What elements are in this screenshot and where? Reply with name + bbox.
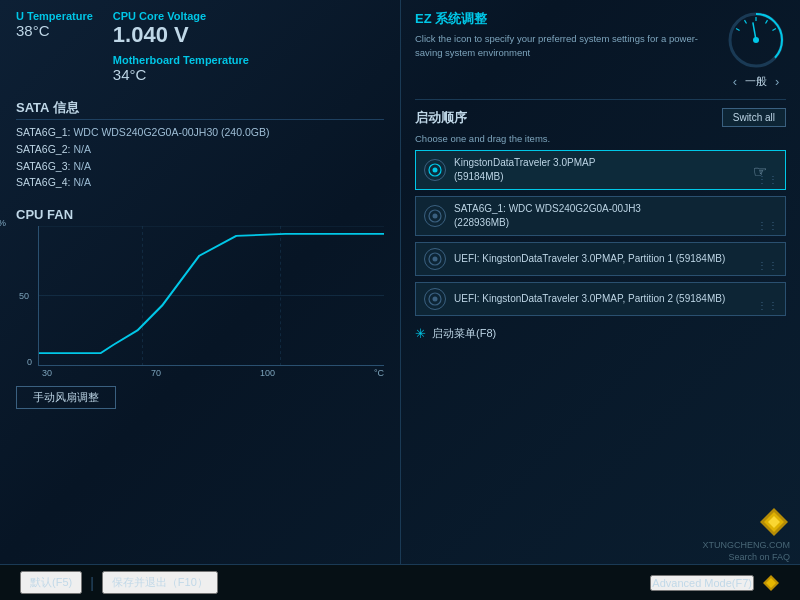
sata-item: SATA6G_2: N/A: [16, 141, 384, 158]
fan-x-labels: 30 70 100 °C: [38, 366, 384, 378]
sata-title: SATA 信息: [16, 99, 384, 120]
gauge-label: 一般: [745, 74, 767, 89]
svg-point-20: [433, 297, 438, 302]
cpu-temp-label: U Temperature: [16, 10, 93, 22]
sata-item: SATA6G_4: N/A: [16, 174, 384, 191]
save-exit-button[interactable]: 保存并退出（F10）: [102, 571, 218, 594]
main-container: U Temperature 38°C CPU Core Voltage 1.04…: [0, 0, 800, 600]
boot-item-4[interactable]: UEFI: KingstonDataTraveler 3.0PMAP, Part…: [415, 282, 786, 316]
temp-voltage-section: U Temperature 38°C CPU Core Voltage 1.04…: [16, 10, 384, 83]
uefi-icon-2: [428, 292, 442, 306]
startup-icon: ✳: [415, 326, 426, 341]
gauge-nav: ‹ 一般 ›: [733, 74, 780, 89]
fan-manual-button[interactable]: 手动风扇调整: [16, 386, 116, 409]
sata-section: SATA 信息 SATA6G_1: WDC WDS240G2G0A-00JH30…: [16, 99, 384, 191]
startup-menu[interactable]: ✳ 启动菜单(F8): [415, 326, 786, 341]
boot-item-3-icon: [424, 248, 446, 270]
usb-icon: [428, 163, 442, 177]
drag-handle-2[interactable]: ⋮⋮: [757, 220, 779, 231]
cpu-voltage-block: CPU Core Voltage 1.040 V Motherboard Tem…: [113, 10, 249, 83]
boot-item-1-text: KingstonDataTraveler 3.0PMAP (59184MB): [454, 156, 777, 184]
ez-title: EZ 系统调整: [415, 10, 712, 28]
svg-line-8: [736, 29, 739, 31]
fan-y-50: 50: [19, 291, 29, 301]
startup-label: 启动菜单(F8): [432, 326, 496, 341]
svg-point-16: [433, 214, 438, 219]
drag-handle-3[interactable]: ⋮⋮: [757, 260, 779, 271]
svg-point-14: [433, 168, 438, 173]
advanced-mode-icon: [762, 574, 780, 592]
cpu-voltage-label: CPU Core Voltage: [113, 10, 249, 22]
watermark-site-text: XTUNGCHENG.COM: [703, 540, 791, 550]
gauge-prev-arrow[interactable]: ‹: [733, 74, 737, 89]
svg-line-12: [772, 29, 775, 31]
bottom-bar: 默认(F5) | 保存并退出（F10） Advanced Mode(F7): [0, 564, 800, 600]
boot-item-2-icon: [424, 205, 446, 227]
fan-x-70: 70: [151, 368, 161, 378]
boot-item-1[interactable]: KingstonDataTraveler 3.0PMAP (59184MB) ☞…: [415, 150, 786, 190]
fan-x-100: 100: [260, 368, 275, 378]
gauge-icon[interactable]: [726, 10, 786, 70]
boot-item-1-icon: [424, 159, 446, 181]
fan-y-0: 0: [27, 357, 32, 367]
mb-temp-value: 34°C: [113, 66, 249, 83]
boot-item-4-text: UEFI: KingstonDataTraveler 3.0PMAP, Part…: [454, 292, 777, 306]
bottom-right: Advanced Mode(F7): [650, 574, 780, 592]
ez-desc: Click the icon to specify your preferred…: [415, 32, 712, 61]
advanced-mode-button[interactable]: Advanced Mode(F7): [650, 575, 754, 591]
left-panel: U Temperature 38°C CPU Core Voltage 1.04…: [0, 0, 400, 600]
disk-icon: [428, 209, 442, 223]
search-faq-text: Search on FAQ: [728, 552, 790, 562]
boot-item-2[interactable]: SATA6G_1: WDC WDS240G2G0A-00JH3 (228936M…: [415, 196, 786, 236]
ez-text-block: EZ 系统调整 Click the icon to specify your p…: [415, 10, 712, 61]
drag-handle-1[interactable]: ⋮⋮: [757, 174, 779, 185]
boot-item-3[interactable]: UEFI: KingstonDataTraveler 3.0PMAP, Part…: [415, 242, 786, 276]
fan-title: CPU FAN: [16, 207, 384, 222]
mb-temp-label: Motherboard Temperature: [113, 54, 249, 66]
svg-point-18: [433, 257, 438, 262]
ez-gauge-block: ‹ 一般 ›: [726, 10, 786, 89]
fan-section: CPU FAN % 50 0: [16, 207, 384, 590]
boot-item-4-icon: [424, 288, 446, 310]
gauge-next-arrow[interactable]: ›: [775, 74, 779, 89]
svg-line-11: [766, 20, 768, 23]
separator-1: |: [90, 575, 94, 591]
boot-desc: Choose one and drag the items.: [415, 133, 786, 144]
sata-item: SATA6G_1: WDC WDS240G2G0A-00JH30 (240.0G…: [16, 124, 384, 141]
sata-item: SATA6G_3: N/A: [16, 158, 384, 175]
fan-chart-area: 50 0: [38, 226, 384, 366]
svg-point-7: [753, 37, 759, 43]
watermark-diamond-icon: [758, 506, 790, 538]
svg-line-9: [745, 20, 747, 23]
default-button[interactable]: 默认(F5): [20, 571, 82, 594]
boot-item-2-text: SATA6G_1: WDC WDS240G2G0A-00JH3 (228936M…: [454, 202, 777, 230]
uefi-icon-1: [428, 252, 442, 266]
cpu-temp-value: 38°C: [16, 22, 93, 39]
boot-title: 启动顺序: [415, 109, 467, 127]
fan-x-unit: °C: [374, 368, 384, 378]
cpu-temp-block: U Temperature 38°C: [16, 10, 93, 39]
fan-chart-svg: [39, 226, 384, 365]
cpu-voltage-value: 1.040 V: [113, 22, 249, 48]
boot-item-3-text: UEFI: KingstonDataTraveler 3.0PMAP, Part…: [454, 252, 777, 266]
boot-header: 启动顺序 Switch all: [415, 108, 786, 127]
fan-y-percent: %: [0, 218, 6, 228]
drag-handle-4[interactable]: ⋮⋮: [757, 300, 779, 311]
watermark: XTUNGCHENG.COM Search on FAQ: [703, 506, 791, 562]
switch-all-button[interactable]: Switch all: [722, 108, 786, 127]
fan-x-30: 30: [42, 368, 52, 378]
ez-section: EZ 系统调整 Click the icon to specify your p…: [415, 10, 786, 100]
